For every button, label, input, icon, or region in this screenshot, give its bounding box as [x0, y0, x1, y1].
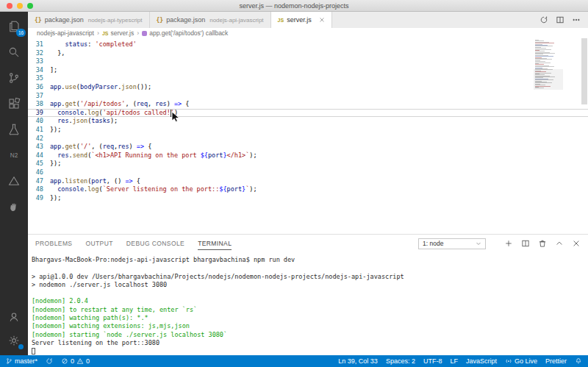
close-tab-icon[interactable]: [319, 17, 325, 23]
tab-debug-console[interactable]: DEBUG CONSOLE: [126, 237, 184, 250]
terminal-line: [32, 289, 588, 297]
code-line[interactable]: 34];: [28, 66, 588, 75]
breadcrumb-separator-icon: [137, 29, 139, 37]
code-line[interactable]: 40 res.json(tasks);: [28, 117, 588, 126]
terminal-output[interactable]: Bhargavs-MacBook-Pro:nodejs-api-javascri…: [28, 252, 588, 356]
code-line[interactable]: 39 console.log('api/todos called!'): [28, 109, 588, 118]
line-number: 32: [28, 49, 50, 58]
tab-problems[interactable]: PROBLEMS: [35, 237, 72, 250]
line-number: 44: [28, 152, 50, 160]
close-window-button[interactable]: [7, 3, 12, 9]
new-terminal-icon[interactable]: [504, 239, 513, 248]
settings-badge: [18, 344, 24, 349]
code-line[interactable]: 35: [28, 74, 588, 83]
terminal-line: [nodemon] to restart at any time, enter …: [32, 306, 588, 314]
line-number: 41: [28, 126, 50, 135]
code-line[interactable]: 46: [28, 168, 588, 177]
line-number: 37: [28, 92, 50, 101]
settings-gear-icon[interactable]: [7, 333, 21, 348]
activity-bar: 16 N2: [0, 12, 28, 355]
terminal-selector-value: 1: node: [423, 240, 443, 247]
warning-count: 0: [86, 357, 90, 365]
title-bar[interactable]: server.js — nodemon-nodejs-projects: [0, 0, 588, 12]
minimap[interactable]: [535, 40, 562, 89]
breadcrumb-folder[interactable]: nodejs-api-javascript: [37, 29, 94, 37]
code-text: },: [50, 49, 65, 58]
test-beaker-icon[interactable]: [7, 122, 21, 137]
kill-terminal-icon[interactable]: [538, 239, 547, 248]
language-mode[interactable]: JavaScript: [466, 357, 497, 365]
code-line[interactable]: 43app.get('/', (req,res) => {: [28, 143, 588, 152]
tab-package-json-typescript[interactable]: {} package.json nodejs-api-typescript: [28, 12, 150, 28]
notifications-bell-icon[interactable]: [575, 357, 582, 365]
eol-sequence[interactable]: LF: [450, 357, 458, 365]
tab-output[interactable]: OUTPUT: [85, 237, 112, 250]
code-text: status: 'completed': [50, 40, 137, 49]
search-icon[interactable]: [7, 45, 21, 60]
extension-n2-icon[interactable]: N2: [7, 148, 21, 163]
code-line[interactable]: 48 console.log(`Server listening on the …: [28, 185, 588, 194]
code-line[interactable]: 45});: [28, 160, 588, 168]
warning-icon: [76, 357, 84, 365]
terminal-selector[interactable]: 1: node: [418, 238, 486, 249]
more-actions-icon[interactable]: [572, 15, 581, 24]
terminal-line: [nodemon] starting `node ./server.js loc…: [32, 331, 588, 339]
js-file-icon: JS: [102, 31, 109, 36]
code-text: app.use(bodyParser.json());: [50, 83, 151, 92]
minimize-window-button[interactable]: [17, 3, 23, 9]
close-panel-icon[interactable]: [572, 239, 581, 248]
minimap-slider[interactable]: [534, 69, 563, 90]
terminal-line: [nodemon] watching extensions: js,mjs,js…: [32, 322, 588, 330]
code-text: res.send(`<h1>API Running on the port ${…: [50, 152, 257, 160]
encoding[interactable]: UTF-8: [423, 357, 442, 365]
panel-actions: 1: node: [418, 238, 581, 249]
problems-indicator[interactable]: 0 0: [61, 357, 90, 365]
code-line[interactable]: 38app.get('/api/todos', (req, res) => {: [28, 100, 588, 109]
code-line[interactable]: 42: [28, 135, 588, 143]
git-branch-indicator[interactable]: master*: [6, 357, 37, 365]
editor-scrollbar[interactable]: [581, 38, 587, 104]
terminal-line: [nodemon] 2.0.4: [32, 297, 588, 305]
json-file-icon: {}: [157, 17, 164, 24]
status-right: Ln 39, Col 33 Spaces: 2 UTF-8 LF JavaScr…: [338, 357, 582, 365]
code-line[interactable]: 49});: [28, 194, 588, 203]
code-line[interactable]: 36app.use(bodyParser.json());: [28, 83, 588, 92]
prettier-indicator[interactable]: Prettier: [545, 357, 567, 365]
line-number: 38: [28, 100, 50, 109]
zoom-window-button[interactable]: [27, 3, 33, 9]
status-bar: master* 0 0 Ln 39, Col 33 Spaces: 2 UTF-…: [0, 355, 588, 367]
sync-button[interactable]: [46, 357, 53, 365]
code-line[interactable]: 44 res.send(`<h1>API Running on the port…: [28, 152, 588, 160]
account-icon[interactable]: [7, 310, 21, 324]
line-number: 48: [28, 185, 50, 194]
code-line[interactable]: 32 },: [28, 49, 588, 58]
explorer-badge: 16: [16, 29, 26, 37]
tab-package-json-javascript[interactable]: {} package.json nodejs-api-javascript: [150, 12, 271, 28]
breadcrumb-file[interactable]: JS server.js: [102, 29, 134, 37]
go-live-button[interactable]: Go Live: [505, 357, 537, 365]
split-terminal-icon[interactable]: [521, 239, 530, 248]
breadcrumb-symbol[interactable]: app.get('/api/todos') callback: [142, 29, 228, 37]
tab-server-js[interactable]: JS server.js: [271, 12, 332, 28]
code-line[interactable]: 41});: [28, 126, 588, 135]
split-editor-icon[interactable]: [556, 15, 564, 24]
line-number: 36: [28, 83, 50, 92]
extension-mountain-icon[interactable]: [7, 174, 21, 188]
editor[interactable]: 31 status: 'completed'32 },3334];3536app…: [28, 38, 588, 234]
source-control-icon[interactable]: [7, 71, 21, 85]
maximize-panel-icon[interactable]: [555, 239, 564, 248]
tab-terminal[interactable]: TERMINAL: [198, 237, 232, 250]
indentation[interactable]: Spaces: 2: [386, 357, 415, 365]
cursor-position[interactable]: Ln 39, Col 33: [338, 357, 378, 365]
code-line[interactable]: 47app.listen(port, () => {: [28, 177, 588, 186]
terminal-line: Bhargavs-MacBook-Pro:nodejs-api-javascri…: [32, 256, 588, 264]
code-line[interactable]: 33: [28, 57, 588, 66]
window-title: server.js — nodemon-nodejs-projects: [239, 2, 348, 10]
explorer-icon[interactable]: 16: [7, 19, 21, 34]
sync-changes-icon[interactable]: [539, 15, 548, 24]
code-line[interactable]: 31 status: 'completed': [28, 40, 588, 49]
terminal-prompt: [32, 347, 588, 355]
extensions-icon[interactable]: [7, 96, 21, 111]
code-line[interactable]: 37: [28, 92, 588, 101]
extension-hand-icon[interactable]: [7, 199, 21, 214]
